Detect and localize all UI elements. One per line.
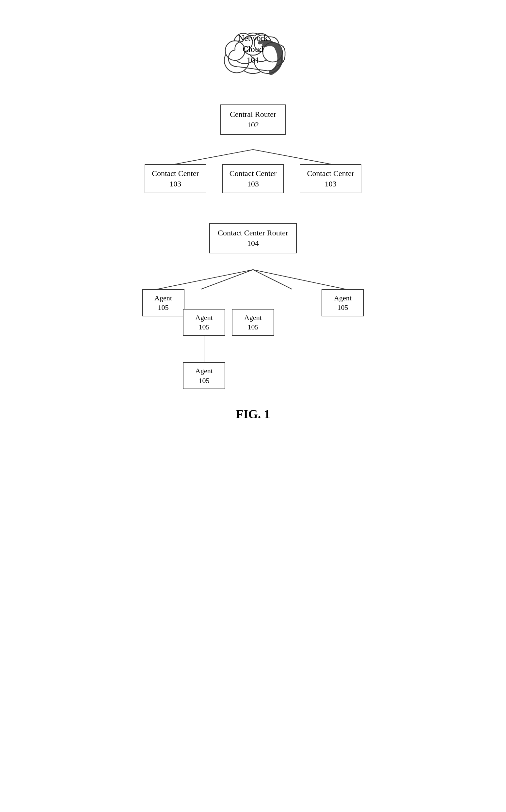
diagram: Network Cloud 101 Central Router 102: [139, 20, 367, 381]
svg-line-18: [253, 270, 346, 289]
agent-left-node: Agent 105: [183, 309, 225, 336]
agent-left-to-bottom-line: [204, 336, 204, 362]
agent-far-right: Agent 105: [322, 289, 364, 316]
svg-line-14: [157, 270, 253, 289]
svg-line-17: [253, 270, 292, 289]
network-cloud-node: Network Cloud 101: [207, 20, 299, 85]
central-router-node: Central Router 102: [220, 104, 286, 135]
agent-bottom-center-node: Agent 105: [183, 362, 225, 389]
branch-lines-1: [139, 135, 367, 164]
page: Network Cloud 101 Central Router 102: [0, 0, 506, 812]
line-cloud-to-router: [253, 85, 253, 104]
agent-left: Agent 105 Agent 105: [183, 309, 225, 390]
contact-center-left-node: Contact Center 103: [145, 164, 206, 193]
network-cloud-label: Network Cloud 101: [230, 33, 276, 66]
agent-far-left-node: Agent 105: [142, 289, 184, 316]
svg-line-15: [201, 270, 253, 289]
figure-label: FIG. 1: [236, 407, 270, 421]
agents-row: Agent 105 Agent 105 Agent 105: [139, 289, 367, 381]
branch-lines-2: [139, 253, 367, 289]
contact-center-right-node: Contact Center 103: [300, 164, 361, 193]
svg-line-11: [175, 150, 253, 164]
contact-center-center-node: Contact Center 103: [222, 164, 284, 193]
contact-center-right-col: Contact Center 103: [300, 164, 361, 193]
contact-center-left-col: Contact Center 103: [145, 164, 206, 193]
contact-center-center-col: Contact Center 103: [222, 164, 284, 193]
line-cc-to-ccrouter: [253, 200, 253, 223]
agent-far-left: Agent 105: [142, 289, 184, 316]
cc-router-node: Contact Center Router 104: [209, 223, 297, 253]
agent-far-right-node: Agent 105: [322, 289, 364, 316]
svg-line-12: [253, 150, 331, 164]
agent-center: Agent 105: [232, 309, 274, 336]
contact-centers-row: Contact Center 103 Contact Center 103 Co…: [139, 164, 367, 200]
agent-center-node: Agent 105: [232, 309, 274, 336]
